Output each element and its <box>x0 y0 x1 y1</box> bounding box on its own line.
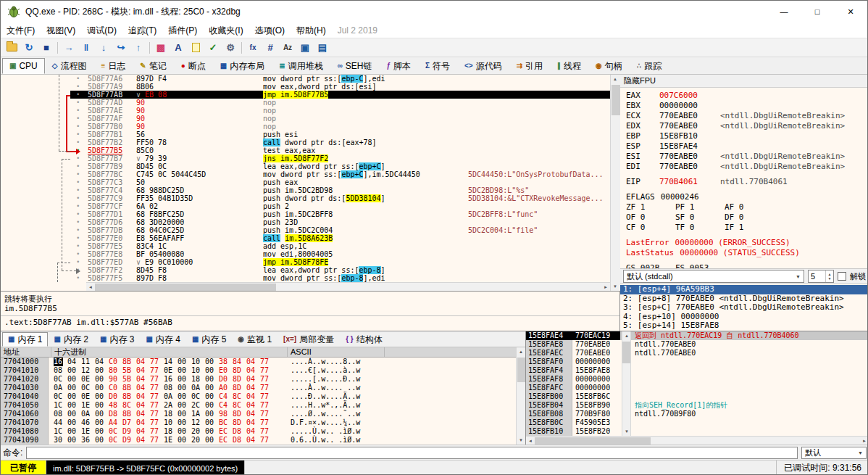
memory-byte[interactable]: 04 <box>67 358 81 366</box>
memory-byte[interactable]: 1E <box>81 401 95 410</box>
stack-row[interactable]: 15E8FB0CF45905E3 <box>526 418 868 427</box>
memory-byte[interactable]: 04 <box>95 358 109 366</box>
memory-byte[interactable]: 04 <box>136 418 150 427</box>
calling-convention-select[interactable]: 默认 (stdcall) ▼ <box>623 270 804 283</box>
memory-byte[interactable]: 77 <box>150 410 164 418</box>
disasm-row[interactable]: •5D8F77F28D45 F8lea eax,dword ptr ss:[eb… <box>1 266 610 274</box>
memory-byte[interactable]: C0 <box>109 384 122 392</box>
memory-byte[interactable]: 0E <box>81 392 95 401</box>
tab-symbols[interactable]: Σ符号 <box>418 58 457 74</box>
disasm-row[interactable]: •5D8F77B090nop <box>1 123 610 131</box>
memory-byte[interactable]: 00 <box>178 392 191 401</box>
memory-byte[interactable]: 1E <box>81 427 95 436</box>
memory-row[interactable]: 770410300A000C00C08B047708000A00A08D0477… <box>1 384 516 392</box>
memory-byte[interactable]: 8B <box>122 384 136 392</box>
memory-byte[interactable]: 8C <box>233 392 246 401</box>
register-row[interactable]: ZF 1PF 1AF 0 <box>626 202 868 212</box>
cpu-chip-button[interactable]: ▤ <box>314 40 331 56</box>
disasm-row[interactable]: •5D8F77C350push eax <box>1 178 610 186</box>
tab-memory-1[interactable]: ▦内存 1 <box>2 332 48 347</box>
memory-byte[interactable]: 00 <box>178 427 191 436</box>
memory-row[interactable]: 7704107044004600A4D7047710001200BC8D0477… <box>1 418 516 427</box>
memory-byte[interactable]: 00 <box>95 384 109 392</box>
memory-byte[interactable]: 1C <box>54 427 67 436</box>
memory-byte[interactable]: D9 <box>122 436 136 445</box>
memory-byte[interactable]: 0C <box>81 384 95 392</box>
register-row[interactable]: EDI770EABE0<ntdll.DbgUiRemoteBreakin> <box>626 162 868 172</box>
memory-byte[interactable]: 08 <box>54 366 67 375</box>
memory-byte[interactable]: 77 <box>150 375 164 384</box>
tab-references[interactable]: ⇉引用 <box>509 58 550 74</box>
run-button[interactable]: → <box>60 40 78 56</box>
memory-byte[interactable]: D8 <box>109 410 122 418</box>
disasm-row[interactable]: •5D8F77A98B06mov eax,dword ptr ds:[esi] <box>1 83 610 91</box>
memory-vertical-scrollbar[interactable]: ▲ ▼ <box>516 347 525 445</box>
memory-byte[interactable]: 00 <box>205 384 219 392</box>
memory-byte[interactable]: 8D <box>233 410 246 418</box>
memory-byte[interactable]: 00 <box>95 375 109 384</box>
scroll-down-icon[interactable]: ▼ <box>611 282 619 291</box>
memory-byte[interactable]: 04 <box>136 436 150 445</box>
memory-byte[interactable]: 00 <box>205 401 219 410</box>
memory-byte[interactable]: 04 <box>136 392 150 401</box>
memory-byte[interactable]: 04 <box>136 410 150 418</box>
notes-button[interactable] <box>187 40 204 56</box>
memory-byte[interactable]: 77 <box>260 418 274 427</box>
pause-button[interactable]: ‖ <box>78 40 95 56</box>
memory-byte[interactable]: 00 <box>178 401 191 410</box>
memory-byte[interactable]: D8 <box>233 436 246 445</box>
disasm-row[interactable]: •5D8F77E0E8 56EAFAFFcall im.5D8A623B <box>1 234 610 242</box>
menu-item[interactable]: 视图(V) <box>41 22 81 38</box>
memory-byte[interactable]: 0E <box>164 366 178 375</box>
memory-byte[interactable]: 90 <box>109 375 122 384</box>
stack-horizontal-scrollbar[interactable]: ◄ ► <box>526 436 868 445</box>
menu-item[interactable]: 文件(F) <box>1 22 41 38</box>
stack-row[interactable]: 15E8FAEC770EABE0ntdll.770EABE0 <box>526 349 868 358</box>
memory-byte[interactable]: 04 <box>246 366 260 375</box>
memory-byte[interactable]: 12 <box>81 366 95 375</box>
memory-byte[interactable]: 80 <box>109 366 122 375</box>
disasm-row[interactable]: •5D8F77D168 F8BFC25Dpush im.5DC2BFF85DC2… <box>1 210 610 218</box>
register-row[interactable]: EFLAGS00000246 <box>626 192 868 202</box>
tab-trace[interactable]: ∴跟踪 <box>630 58 669 74</box>
memory-byte[interactable]: 16 <box>164 375 178 384</box>
tab-call-stack[interactable]: ≣调用堆栈 <box>272 58 330 74</box>
tab-struct[interactable]: { }结构体 <box>340 332 388 347</box>
memory-byte[interactable]: 04 <box>246 418 260 427</box>
unlock-checkbox[interactable] <box>838 272 846 281</box>
memory-byte[interactable]: 11 <box>81 358 95 366</box>
register-row[interactable]: EBX00000000 <box>626 101 868 111</box>
memory-row[interactable]: 770410400C000E00D08B04770A000C00C48C0477… <box>1 392 516 401</box>
maximize-button[interactable]: □ <box>801 1 834 22</box>
memory-byte[interactable]: 2C <box>191 401 205 410</box>
memory-byte[interactable]: 84 <box>233 358 246 366</box>
memory-byte[interactable]: 00 <box>67 418 81 427</box>
memory-byte[interactable]: 00 <box>67 436 81 445</box>
scrollbar-thumb[interactable] <box>517 358 525 382</box>
memory-byte[interactable]: 2A <box>164 401 178 410</box>
step-into-button[interactable]: ↓ <box>95 40 112 56</box>
memory-byte[interactable]: 00 <box>95 366 109 375</box>
disasm-row[interactable]: •5D8F77BCC745 0C 5044C45Dmov dword ptr s… <box>1 170 610 178</box>
memory-byte[interactable]: 00 <box>178 375 191 384</box>
memory-byte[interactable]: A4 <box>109 418 122 427</box>
memory-byte[interactable]: 18 <box>164 427 178 436</box>
memory-byte[interactable]: D7 <box>122 418 136 427</box>
memory-byte[interactable]: 18 <box>164 410 178 418</box>
memory-byte[interactable]: 77 <box>150 436 164 445</box>
memory-byte[interactable]: 1A <box>191 410 205 418</box>
memory-byte[interactable]: 77 <box>150 392 164 401</box>
register-row[interactable]: OF 0SF 0DF 0 <box>626 212 868 223</box>
tab-memory-4[interactable]: ▦内存 4 <box>140 332 185 347</box>
tab-source[interactable]: <>源代码 <box>457 58 509 74</box>
register-row[interactable]: LastError00000000 (ERROR_SUCCESS) <box>626 238 868 248</box>
memory-row[interactable]: 770410501C001E00488C04772A002C00C48C0477… <box>1 401 516 410</box>
memory-byte[interactable]: 10 <box>191 358 205 366</box>
tab-watch-1[interactable]: ◉监视 1 <box>232 332 277 347</box>
memory-byte[interactable]: 1C <box>54 401 67 410</box>
stepper-buttons[interactable]: ▲ ▼ <box>825 270 833 282</box>
tab-log[interactable]: ≡日志 <box>94 58 133 74</box>
memory-byte[interactable]: 77 <box>260 375 274 384</box>
memory-byte[interactable]: 14 <box>164 358 178 366</box>
memory-byte[interactable]: 46 <box>81 418 95 427</box>
